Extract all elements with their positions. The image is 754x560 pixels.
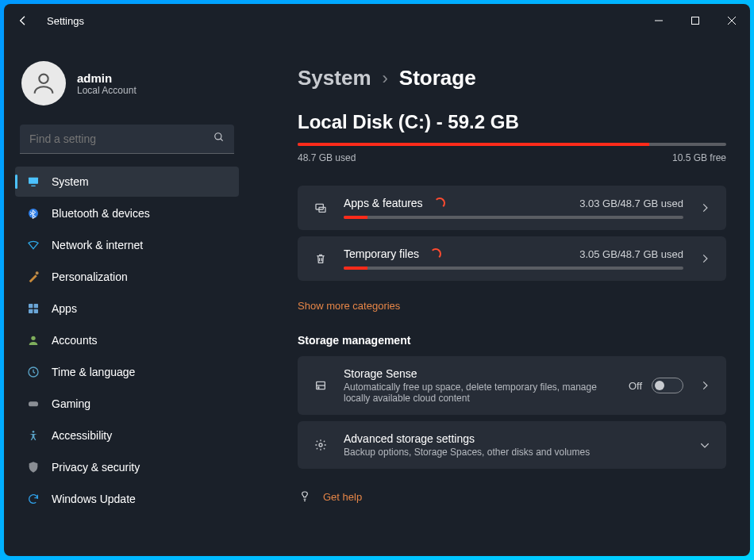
accessibility-icon (26, 428, 40, 443)
svg-rect-1 (692, 17, 699, 25)
avatar (21, 61, 66, 105)
svg-rect-11 (29, 304, 33, 308)
maximize-button[interactable] (677, 7, 714, 34)
nav-list: SystemBluetooth & devicesNetwork & inter… (15, 167, 239, 514)
nav-label: Windows Update (52, 493, 136, 505)
nav-label: Bluetooth & devices (52, 207, 150, 220)
storage-sense-toggle[interactable] (652, 378, 683, 393)
sidebar-item-personalization[interactable]: Personalization (15, 262, 239, 292)
breadcrumb: System › Storage (298, 66, 726, 90)
chevron-right-icon (698, 202, 712, 213)
settings-window: Settings admin Local Account (4, 4, 750, 556)
card-subtitle: Automatically free up space, delete temp… (344, 382, 614, 404)
category-bar (344, 267, 683, 270)
chevron-right-icon (698, 253, 712, 264)
svg-point-18 (33, 431, 35, 433)
show-more-link[interactable]: Show more categories (298, 300, 400, 312)
svg-point-4 (39, 75, 48, 83)
monitor-icon (26, 175, 40, 189)
disk-used-label: 48.7 GB used (298, 152, 356, 163)
trash-icon (312, 250, 329, 267)
chevron-down-icon (698, 439, 712, 451)
mgmt-card-storage-sense[interactable]: Storage SenseAutomatically free up space… (298, 356, 726, 415)
svg-rect-12 (34, 304, 38, 308)
category-bar (344, 216, 683, 219)
get-help-row[interactable]: Get help (298, 485, 726, 508)
svg-rect-13 (29, 309, 33, 313)
card-meta: 3.05 GB/48.7 GB used (579, 248, 683, 260)
gear-icon (312, 436, 329, 454)
card-title: Advanced storage settings (344, 432, 683, 445)
section-header: Storage management (298, 334, 726, 347)
disk-usage-bar (298, 143, 726, 146)
apps-features-icon (312, 199, 329, 217)
card-meta: 3.03 GB/48.7 GB used (579, 198, 683, 209)
svg-rect-17 (29, 401, 38, 406)
svg-point-25 (318, 387, 319, 388)
get-help-label: Get help (323, 491, 362, 503)
window-title: Settings (47, 15, 84, 27)
nav-label: Apps (52, 302, 77, 315)
chevron-right-icon (698, 380, 712, 391)
disk-free-label: 10.5 GB free (672, 152, 726, 163)
card-title: Storage Sense (344, 367, 614, 380)
card-title: Temporary files (344, 247, 419, 260)
search-wrap (20, 125, 234, 154)
sidebar-item-time-language[interactable]: Time & language (15, 357, 239, 387)
sidebar-item-system[interactable]: System (15, 167, 239, 197)
nav-label: Personalization (52, 270, 128, 283)
search-input[interactable] (20, 125, 234, 153)
nav-label: Accessibility (52, 429, 112, 442)
nav-label: Accounts (52, 334, 98, 347)
help-icon (298, 489, 312, 504)
person-icon (26, 333, 40, 347)
loading-spinner-icon (430, 248, 441, 259)
close-button[interactable] (714, 7, 750, 34)
sidebar-item-bluetooth-devices[interactable]: Bluetooth & devices (15, 198, 239, 228)
sidebar-item-windows-update[interactable]: Windows Update (15, 484, 239, 514)
shield-icon (26, 460, 40, 474)
clock-icon (26, 365, 40, 379)
svg-line-6 (221, 139, 223, 141)
user-profile[interactable]: admin Local Account (21, 61, 239, 105)
loading-spinner-icon (434, 198, 445, 209)
category-card-temporary-files[interactable]: Temporary files3.05 GB/48.7 GB used (298, 236, 726, 281)
sidebar-item-accessibility[interactable]: Accessibility (15, 420, 239, 451)
sidebar-item-accounts[interactable]: Accounts (15, 325, 239, 355)
nav-label: Gaming (52, 397, 90, 410)
update-icon (26, 492, 40, 506)
disk-title: Local Disk (C:) - 59.2 GB (298, 111, 726, 133)
brush-icon (26, 270, 40, 284)
minimize-button[interactable] (641, 7, 677, 34)
sidebar: admin Local Account SystemBluetooth & de… (4, 37, 250, 556)
svg-point-26 (319, 443, 322, 447)
nav-label: Network & internet (52, 239, 143, 251)
svg-rect-7 (29, 178, 38, 184)
svg-point-10 (36, 272, 38, 274)
svg-point-9 (29, 209, 38, 218)
svg-rect-14 (34, 309, 38, 313)
sidebar-item-network-internet[interactable]: Network & internet (15, 230, 239, 260)
mgmt-card-advanced-storage-settings[interactable]: Advanced storage settingsBackup options,… (298, 421, 726, 469)
search-icon (214, 132, 225, 146)
gamepad-icon (26, 397, 40, 411)
svg-point-5 (215, 133, 221, 140)
card-subtitle: Backup options, Storage Spaces, other di… (344, 447, 683, 458)
sidebar-item-privacy-security[interactable]: Privacy & security (15, 452, 239, 482)
sidebar-item-gaming[interactable]: Gaming (15, 389, 239, 419)
breadcrumb-current: Storage (399, 66, 476, 90)
user-subtitle: Local Account (77, 85, 137, 96)
nav-label: Privacy & security (52, 461, 140, 474)
breadcrumb-parent[interactable]: System (298, 66, 371, 90)
drive-icon (312, 377, 329, 394)
back-button[interactable] (15, 13, 31, 29)
nav-label: System (52, 175, 89, 188)
category-card-apps-features[interactable]: Apps & features3.03 GB/48.7 GB used (298, 186, 726, 230)
nav-label: Time & language (52, 366, 135, 378)
sidebar-item-apps[interactable]: Apps (15, 293, 239, 324)
apps-icon (26, 301, 40, 316)
chevron-right-icon: › (383, 68, 388, 89)
main-content: System › Storage Local Disk (C:) - 59.2 … (250, 37, 750, 556)
svg-point-15 (31, 336, 35, 340)
bluetooth-icon (26, 206, 40, 221)
